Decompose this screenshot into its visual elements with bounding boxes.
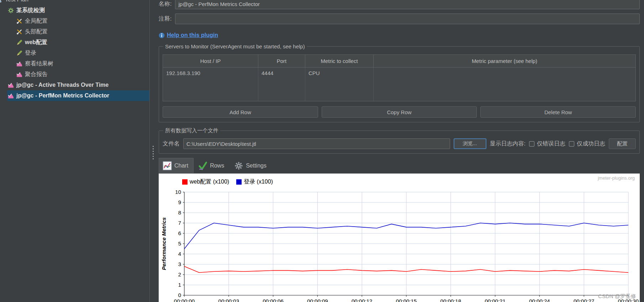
sidebar-item-label: 全局配置 [25, 17, 48, 25]
test-plan-icon [0, 0, 2, 3]
sidebar-item-label: 某系统检测 [16, 7, 45, 14]
chart-legend: web配置 (x100)登录 (x100) [182, 178, 273, 186]
file-group-title: 所有数据写入一个文件 [163, 127, 220, 134]
x-tick-label: 00:00:06 [263, 298, 283, 302]
x-tick-label: 00:00:24 [529, 298, 550, 302]
y-tick-label: 4 [178, 251, 181, 257]
table-header-cell: Port [258, 55, 305, 68]
legend-item: 登录 (x100) [236, 178, 273, 186]
info-icon [159, 32, 165, 38]
y-tick-label: 7 [178, 220, 181, 226]
servers-group-title: Servers to Monitor (ServerAgent must be … [163, 43, 307, 49]
table-empty-area [374, 79, 635, 101]
success-only-checkbox[interactable] [569, 141, 574, 147]
y-tick-label: 3 [178, 261, 181, 267]
tab-rows[interactable]: Rows [194, 158, 229, 173]
delete-row-button[interactable]: Delete Row [480, 106, 636, 118]
sidebar-item[interactable]: 头部配置 [16, 26, 149, 37]
sidebar-item[interactable]: Test Plan [0, 0, 149, 5]
comment-row: 注释: [159, 14, 640, 24]
log-display-label: 显示日志内容: [490, 140, 526, 148]
file-row: 文件名 浏览... 显示日志内容: 仅错误日志 仅成功日志 配置 [163, 138, 636, 149]
csdn-watermark: CSDN @罗圣修 [598, 293, 636, 300]
legend-item: web配置 (x100) [182, 178, 229, 186]
success-only-option[interactable]: 仅成功日志 [569, 140, 605, 148]
add-row-button[interactable]: Add Row [163, 106, 318, 118]
config-icon [16, 29, 22, 35]
success-only-label: 仅成功日志 [577, 140, 605, 148]
errors-only-option[interactable]: 仅错误日志 [529, 140, 565, 148]
listener-icon [16, 61, 22, 67]
sidebar-item-label: 头部配置 [25, 28, 48, 36]
listener-icon [8, 93, 14, 99]
legend-label: 登录 (x100) [244, 178, 273, 186]
table-header-cell: Metric parameter (see help) [374, 55, 635, 68]
thread-group-icon [8, 7, 14, 14]
sidebar-item-label: 登录 [25, 49, 36, 57]
config-button[interactable]: 配置 [609, 138, 636, 149]
name-input[interactable] [175, 0, 640, 9]
x-tick-label: 00:00:03 [218, 298, 239, 302]
jmeter-plugins-watermark: jmeter-plugins.org [598, 175, 635, 181]
splitter-grip-icon[interactable] [152, 145, 154, 159]
sidebar-item-label: web配置 [25, 39, 47, 46]
x-tick-label: 00:00:18 [440, 298, 461, 302]
y-tick-label: 1 [178, 282, 181, 288]
legend-swatch [182, 179, 188, 185]
splitter[interactable] [149, 0, 157, 302]
chart-panel: web配置 (x100)登录 (x100) jmeter-plugins.org… [159, 174, 640, 302]
browse-button[interactable]: 浏览... [454, 138, 486, 149]
app-window: Test Plan某系统检测全局配置头部配置web配置登录察看结果树聚合报告jp… [0, 0, 644, 302]
servers-group: Servers to Monitor (ServerAgent must be … [159, 43, 640, 122]
errors-only-checkbox[interactable] [529, 141, 534, 147]
row-buttons: Add RowCopy RowDelete Row [163, 106, 636, 118]
help-link[interactable]: Help on this plugin [167, 32, 218, 38]
y-tick-label: 5 [178, 240, 181, 247]
view-tabs: ChartRowsSettings [159, 157, 640, 174]
rows-tab-icon [198, 161, 207, 170]
x-tick-label: 00:00:09 [307, 298, 328, 302]
sidebar-item[interactable]: 察看结果树 [16, 58, 149, 69]
listener-icon [16, 71, 22, 78]
sidebar-item-label: Test Plan [5, 0, 28, 3]
y-axis-title: Performance Metrics [161, 217, 167, 270]
sidebar-item[interactable]: web配置 [16, 37, 149, 48]
performance-chart: 01234567891000:00:0000:00:0300:00:0600:0… [159, 174, 640, 302]
table-cell[interactable]: 192.168.3.190 [163, 68, 258, 79]
table-cell[interactable]: 4444 [258, 68, 305, 79]
table-empty-area [258, 79, 305, 101]
servers-table[interactable]: Host / IPPortMetric to collectMetric par… [163, 54, 636, 101]
comment-input[interactable] [175, 14, 640, 24]
sidebar-item[interactable]: jp@gc - Active Threads Over Time [7, 80, 149, 90]
x-tick-label: 00:00:00 [174, 298, 195, 302]
tab-label: Chart [174, 163, 188, 169]
x-tick-label: 00:00:15 [396, 298, 417, 302]
tab-settings[interactable]: Settings [230, 158, 272, 173]
sidebar-item-label: jp@gc - Active Threads Over Time [16, 82, 109, 88]
sidebar-item[interactable]: jp@gc - PerfMon Metrics Collector [7, 90, 149, 101]
sidebar-item[interactable]: 全局配置 [16, 16, 149, 26]
listener-icon [8, 82, 14, 88]
comment-label: 注释: [159, 15, 171, 23]
y-tick-label: 2 [178, 271, 181, 277]
filename-input[interactable] [183, 138, 450, 149]
sidebar-item[interactable]: 聚合报告 [16, 69, 149, 80]
table-cell[interactable]: CPU [305, 68, 374, 79]
filename-label: 文件名 [163, 140, 180, 148]
y-tick-label: 9 [178, 199, 181, 205]
chart-tab-icon [163, 161, 172, 170]
copy-row-button[interactable]: Copy Row [322, 106, 477, 118]
x-tick-label: 00:00:12 [352, 298, 372, 302]
table-cell[interactable] [374, 68, 635, 79]
y-tick-label: 10 [175, 189, 181, 195]
y-tick-label: 8 [178, 210, 181, 216]
tab-chart[interactable]: Chart [159, 158, 194, 173]
x-tick-label: 00:00:27 [574, 298, 594, 302]
y-tick-label: 0 [178, 292, 181, 298]
legend-label: web配置 (x100) [190, 178, 229, 186]
sidebar-item[interactable]: 某系统检测 [7, 5, 149, 16]
tab-label: Settings [246, 163, 266, 169]
config-icon [16, 18, 22, 24]
sidebar-item[interactable]: 登录 [16, 48, 149, 58]
test-plan-tree: Test Plan某系统检测全局配置头部配置web配置登录察看结果树聚合报告jp… [0, 0, 149, 302]
